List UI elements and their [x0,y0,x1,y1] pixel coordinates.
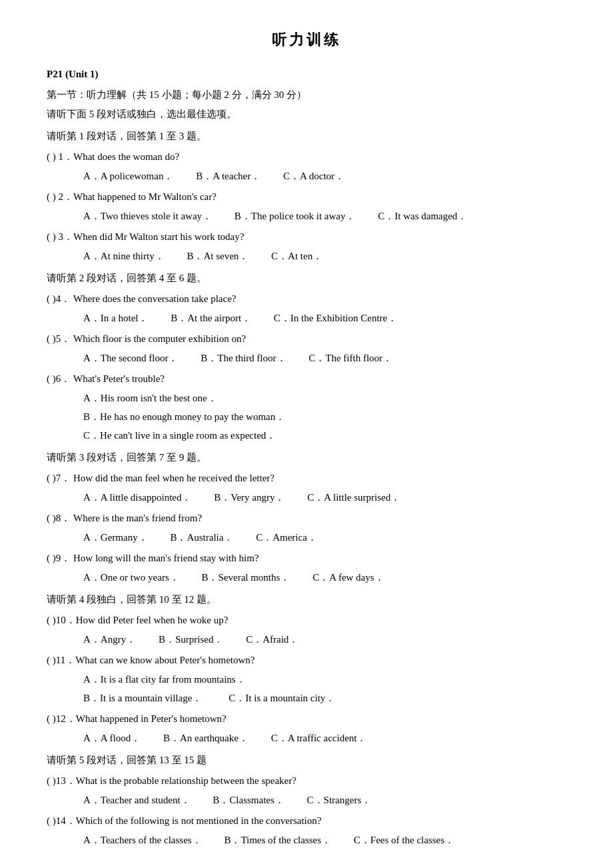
question-7: ( )7． How did the man feel when he recei… [47,469,566,507]
q7-option-b: B．Very angry． [214,489,285,507]
q13-text: What is the probable relationship betwee… [76,772,566,790]
q14-num: ( )14． [47,812,76,830]
q13-option-c: C．Strangers． [307,791,372,809]
q12-option-b: B．An earthquake． [163,729,249,747]
q2-option-c: C．It was damaged． [378,207,467,225]
q3-option-b: B．At seven． [187,247,249,265]
q11-text: What can we know about Peter's hometown? [75,651,566,669]
dialog1-intro: 请听第 1 段对话，回答第 1 至 3 题。 [47,127,566,145]
q5-text: Which floor is the computer exhibition o… [73,330,566,348]
question-5: ( )5． Which floor is the computer exhibi… [47,330,566,367]
q13-option-b: B．Classmates． [213,791,285,809]
q14-option-c: C．Fees of the classes． [354,831,454,849]
q1-num: ( ) 1． [47,148,73,166]
q3-option-c: C．At ten． [271,247,322,265]
question-2: ( ) 2． What happened to Mr Walton's car?… [47,188,566,225]
dialog4-intro: 请听第 4 段独白，回答第 10 至 12 题。 [47,591,566,609]
q7-option-c: C．A little surprised． [307,489,400,507]
q6-option-a: A．His room isn't the best one． [83,389,566,407]
q1-option-c: C．A doctor． [283,167,344,185]
question-13: ( )13． What is the probable relationship… [47,772,566,809]
section1-desc1: 第一节：听力理解（共 15 小题；每小题 2 分，满分 30 分） [47,86,566,104]
q3-text: When did Mr Walton start his work today? [73,228,566,246]
q12-option-c: C．A traffic accident． [271,729,367,747]
q8-option-b: B．Australia． [170,529,233,547]
dialog2-intro: 请听第 2 段对话，回答第 4 至 6 题。 [47,269,566,287]
question-8: ( )8． Where is the man's friend from? A．… [47,509,566,547]
q1-option-b: B．A teacher． [196,167,261,185]
q1-text: What does the woman do? [73,148,566,166]
question-9: ( )9． How long will the man's friend sta… [47,549,566,587]
q10-text: How did Peter feel when he woke up? [76,611,566,629]
q9-option-a: A．One or two years． [83,569,179,587]
q13-option-a: A．Teacher and student． [83,791,191,809]
q5-option-c: C．The fifth floor． [308,349,392,367]
question-12: ( )12． What happened in Peter's hometown… [47,710,566,747]
q2-num: ( ) 2． [47,188,73,206]
q11-option-a: A．It is a flat city far from mountains． [83,671,566,689]
q12-option-a: A．A flood． [83,729,141,747]
q5-num: ( )5． [47,330,73,348]
dialog3-intro: 请听第 3 段对话，回答第 7 至 9 题。 [47,449,566,467]
q4-option-a: A．In a hotel． [83,309,148,327]
q4-num: ( )4． [47,290,73,308]
q4-text: Where does the conversation take place? [73,290,566,308]
q8-text: Where is the man's friend from? [73,509,566,527]
question-10: ( )10． How did Peter feel when he woke u… [47,611,566,649]
q10-option-c: C．Afraid． [246,631,299,649]
q9-text: How long will the man's friend stay with… [73,549,566,567]
q9-option-c: C．A few days． [312,569,384,587]
question-11: ( )11． What can we know about Peter's ho… [47,651,566,707]
q10-option-b: B．Surprised． [159,631,224,649]
q5-option-b: B．The third floor． [201,349,286,367]
q9-option-b: B．Several months． [201,569,290,587]
q12-num: ( )12． [47,710,76,728]
q2-option-a: A．Two thieves stole it away． [83,207,212,225]
section1-desc2: 请听下面 5 段对话或独白，选出最佳选项。 [47,105,566,123]
q7-text: How did the man feel when he received th… [73,469,566,487]
q8-option-a: A．Germany． [83,529,148,547]
question-4: ( )4． Where does the conversation take p… [47,290,566,327]
question-14: ( )14． Which of the following is not men… [47,812,566,849]
q12-text: What happened in Peter's hometown? [76,710,566,728]
q14-option-b: B．Times of the classes． [224,831,331,849]
q7-option-a: A．A little disappointed． [83,489,192,507]
q11-option-c: C．It is a mountain city． [229,689,335,707]
page-title: 听力训练 [47,27,566,53]
q7-num: ( )7． [47,469,73,487]
q8-num: ( )8． [47,509,73,527]
question-6: ( )6． What's Peter's trouble? A．His room… [47,370,566,445]
q9-num: ( )9． [47,549,73,567]
q2-text: What happened to Mr Walton's car? [73,188,566,206]
question-3: ( ) 3． When did Mr Walton start his work… [47,228,566,265]
q6-option-b: B．He has no enough money to pay the woma… [83,408,566,426]
q11-num: ( )11． [47,651,75,669]
question-1: ( ) 1． What does the woman do? A．A polic… [47,148,566,185]
q13-num: ( )13． [47,772,76,790]
q4-option-b: B．At the airport． [171,309,251,327]
q2-option-b: B．The police took it away． [235,207,356,225]
q3-num: ( ) 3． [47,228,73,246]
q14-text: Which of the following is not mentioned … [76,812,566,830]
section1-header: P21 (Unit 1) [47,65,566,83]
q6-num: ( )6． [47,370,73,388]
q5-option-a: A．The second floor． [83,349,178,367]
q1-option-a: A．A policewoman． [83,167,173,185]
q6-text: What's Peter's trouble? [73,370,566,388]
q14-option-a: A．Teachers of the classes． [83,831,202,849]
q10-option-a: A．Angry． [83,631,136,649]
q3-option-a: A．At nine thirty． [83,247,165,265]
dialog5-intro: 请听第 5 段对话，回答第 13 至 15 题 [47,751,566,769]
q8-option-c: C．America． [256,529,317,547]
q4-option-c: C．In the Exhibition Centre． [274,309,397,327]
q10-num: ( )10． [47,611,76,629]
q6-option-c: C．He can't live in a single room as expe… [83,427,566,445]
q11-option-b: B．It is a mountain village． [83,689,202,707]
